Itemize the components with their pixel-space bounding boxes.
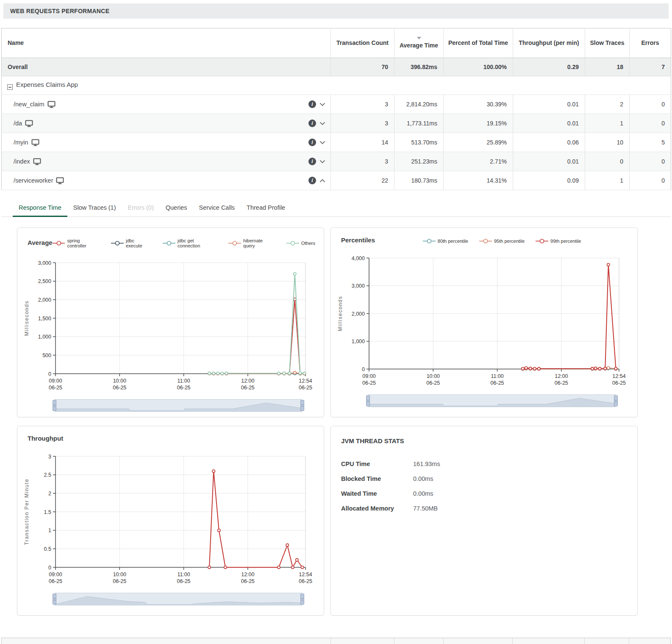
info-icon[interactable]: i: [308, 158, 316, 165]
legend-marker-icon: [423, 239, 436, 244]
slider-handle-left[interactable]: [53, 400, 56, 411]
svg-text:0.5: 0.5: [44, 546, 51, 552]
legend-marker-icon: [111, 241, 124, 246]
chevron-down-icon[interactable]: [319, 160, 325, 164]
jvm-thread-stats-panel: JVM THREAD STATS CPU Time161.93msBlocked…: [330, 426, 638, 616]
slider-handle-right[interactable]: [614, 395, 618, 406]
column-header-throughput-per-min[interactable]: Throughput (per min): [513, 28, 585, 58]
svg-text:2,000: 2,000: [352, 311, 365, 317]
svg-text:Milliseconds: Milliseconds: [337, 296, 343, 331]
svg-text:2,000: 2,000: [38, 297, 51, 303]
svg-text:06-25: 06-25: [113, 385, 126, 391]
web-requests-table: NameTransaction CountAverage TimePercent…: [1, 28, 671, 190]
panel-head: Throughput: [17, 426, 324, 442]
slider-track[interactable]: [55, 399, 302, 412]
percentiles-time-range-slider[interactable]: [368, 394, 616, 408]
transaction-name-link[interactable]: /da: [14, 120, 22, 127]
cell-transaction-count: 14: [331, 133, 394, 152]
percentiles-chart: 01,0002,0003,0004,00009:0006-2510:0006-2…: [335, 252, 628, 392]
cell-transaction-count: 3: [331, 114, 394, 133]
svg-text:11:00: 11:00: [177, 572, 190, 577]
legend-item-80th-percentile[interactable]: 80th percentile: [423, 239, 468, 244]
slider-track[interactable]: [55, 593, 302, 605]
transaction-name-link[interactable]: /serviceworker: [14, 177, 53, 184]
transaction-name-link[interactable]: /index: [14, 158, 30, 165]
cell-slow-traces: 10: [585, 133, 630, 152]
legend-item-others[interactable]: Others: [286, 238, 315, 248]
web-transaction-icon: [25, 120, 33, 127]
average-response-time-chart: 05001,0001,5002,0002,5003,00009:0006-251…: [22, 257, 314, 397]
average-response-time-panel: Average spring controllerjdbc executejdb…: [17, 228, 324, 417]
overall-slow-traces: 18: [585, 58, 630, 76]
slider-minimap: [55, 593, 302, 605]
legend-item-jdbc-execute[interactable]: jdbc execute: [111, 238, 152, 248]
svg-text:09:00: 09:00: [49, 378, 62, 384]
tab-service-calls[interactable]: Service Calls: [193, 199, 241, 217]
transaction-name-link[interactable]: /myin: [14, 139, 28, 146]
jvm-stats-rows: CPU Time161.93msBlocked Time0.00msWaited…: [341, 456, 627, 516]
info-icon[interactable]: i: [308, 100, 316, 108]
column-header-name[interactable]: Name: [2, 28, 331, 58]
svg-text:06-25: 06-25: [491, 380, 504, 386]
jvm-stat-label: Waited Time: [341, 490, 413, 497]
svg-text:3,000: 3,000: [38, 260, 51, 266]
svg-text:0: 0: [48, 371, 51, 377]
jvm-stat-row-blocked-time: Blocked Time0.00ms: [341, 471, 627, 486]
info-icon[interactable]: i: [308, 139, 316, 146]
cell-errors: 0: [630, 171, 671, 190]
tab-queries[interactable]: Queries: [160, 199, 193, 217]
table-row: /myini14513.70ms25.89%0.06105: [2, 133, 671, 152]
info-icon[interactable]: i: [308, 119, 316, 127]
tab-thread-profile[interactable]: Thread Profile: [241, 199, 291, 217]
column-header-average-time[interactable]: Average Time: [394, 28, 444, 58]
section-title: WEB REQUESTS PERFORMANCE: [10, 8, 109, 14]
legend-item-jdbc-get-connection[interactable]: jdbc get connection: [163, 238, 217, 248]
chevron-down-icon[interactable]: [319, 122, 325, 125]
tab-errors-0[interactable]: Errors (0): [122, 199, 159, 217]
svg-text:06-25: 06-25: [177, 578, 191, 584]
cell-percent-of-total-time: 30.39%: [444, 95, 513, 114]
slider-handle-left[interactable]: [53, 594, 56, 605]
chart-title-average: Average: [28, 239, 53, 246]
chart-title-throughput: Throughput: [28, 435, 63, 442]
legend-item-95th-percentile[interactable]: 95th percentile: [479, 239, 525, 244]
throughput-time-range-slider[interactable]: [55, 592, 302, 606]
overall-throughput-per-min: 0.29: [513, 58, 585, 76]
svg-text:10:00: 10:00: [113, 378, 126, 384]
overall-transaction-count: 70: [331, 58, 394, 76]
jvm-stat-row-waited-time: Waited Time0.00ms: [341, 486, 627, 501]
collapse-group-icon[interactable]: [7, 84, 13, 90]
slider-handle-right[interactable]: [300, 594, 304, 605]
cell-throughput-per-min: 0.09: [513, 171, 585, 190]
svg-text:11:00: 11:00: [491, 373, 503, 379]
table-row: /serviceworkeri22180.73ms14.31%0.0910: [2, 171, 671, 190]
svg-text:1,000: 1,000: [38, 334, 51, 340]
jvm-stat-row-allocated-memory: Allocated Memory77.50MB: [341, 501, 627, 516]
cell-average-time: 1,773.11ms: [394, 114, 444, 133]
column-header-transaction-count[interactable]: Transaction Count: [331, 28, 394, 58]
legend-item-hibernate-query[interactable]: hibernate query: [228, 238, 275, 248]
slider-handle-left[interactable]: [366, 395, 370, 406]
next-table-column-2: [394, 638, 443, 644]
chevron-down-icon[interactable]: [319, 141, 325, 144]
jvm-stat-label: Blocked Time: [341, 475, 413, 482]
transaction-name-link[interactable]: /new_claim: [14, 101, 44, 108]
slider-handle-right[interactable]: [300, 400, 304, 411]
table-row: /indexi3251.23ms2.71%0.0100: [2, 152, 671, 171]
svg-text:06-25: 06-25: [426, 380, 440, 386]
column-header-errors[interactable]: Errors: [630, 28, 671, 58]
legend-item-99th-percentile[interactable]: 99th percentile: [536, 239, 581, 244]
average-time-range-slider[interactable]: [55, 398, 302, 413]
column-header-slow-traces[interactable]: Slow Traces: [585, 28, 630, 58]
chevron-down-icon[interactable]: [319, 103, 325, 106]
svg-text:10:00: 10:00: [113, 572, 126, 577]
info-icon[interactable]: i: [308, 177, 316, 184]
svg-text:09:00: 09:00: [49, 572, 62, 577]
svg-text:06-25: 06-25: [612, 380, 626, 386]
tab-response-time[interactable]: Response Time: [13, 199, 67, 217]
chevron-up-icon[interactable]: [319, 179, 325, 183]
legend-item-spring-controller[interactable]: spring controller: [53, 238, 100, 248]
column-header-percent-of-total-time[interactable]: Percent of Total Time: [444, 28, 513, 58]
tab-slow-traces-1[interactable]: Slow Traces (1): [67, 199, 122, 217]
slider-track[interactable]: [368, 394, 616, 407]
